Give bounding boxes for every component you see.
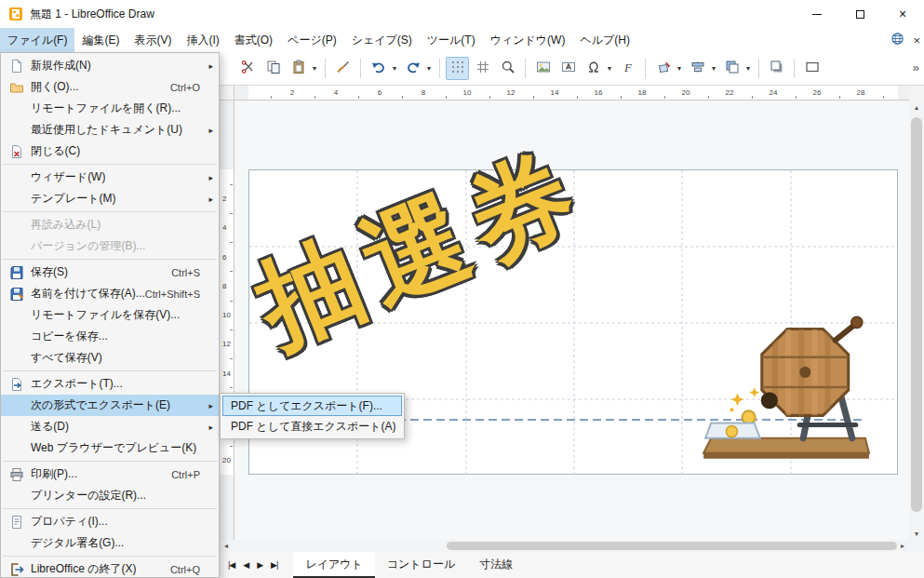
insert-special-character-dropdown-icon[interactable]: ▾ xyxy=(605,57,614,80)
vertical-scrollbar[interactable]: ▴ ▾ xyxy=(909,101,924,540)
copy-button[interactable] xyxy=(261,57,285,80)
horizontal-scroll-thumb[interactable] xyxy=(447,542,897,550)
arrange-objects-dropdown-icon[interactable]: ▾ xyxy=(743,57,753,80)
layer-tabs: レイアウトコントロール寸法線 xyxy=(293,552,525,578)
file-menu-item-send[interactable]: 送る(D)▸ xyxy=(1,416,219,437)
align-objects-button[interactable] xyxy=(686,57,709,80)
file-menu-item-open-remote[interactable]: リモートファイルを開く(R)... xyxy=(1,98,219,119)
zoom-button[interactable] xyxy=(496,57,519,80)
ruler-tick xyxy=(315,96,315,99)
file-menu-item-exit[interactable]: LibreOffice の終了(X)Ctrl+Q xyxy=(1,558,219,578)
submenu-item-export-directly-as-pdf[interactable]: PDF として直接エクスポート(A) xyxy=(222,416,402,437)
shadow-button[interactable] xyxy=(765,57,788,80)
ruler-tick xyxy=(230,358,233,359)
submenu-item-export-as-pdf[interactable]: PDF としてエクスポート(F)... xyxy=(222,396,402,416)
layer-tab-layout[interactable]: レイアウト xyxy=(293,552,374,578)
insert-fontwork-group: F xyxy=(616,57,639,80)
toolbar-overflow-icon[interactable]: » xyxy=(913,60,919,74)
vertical-scroll-thumb[interactable] xyxy=(911,117,922,512)
menubar-item-format[interactable]: 書式(O) xyxy=(227,28,280,52)
file-menu-item-printer-settings[interactable]: プリンターの設定(R)... xyxy=(1,485,219,506)
file-menu-item-recent-documents[interactable]: 最近使用したドキュメント(U)▸ xyxy=(1,119,219,141)
menu-separator xyxy=(3,164,217,165)
scroll-left-icon[interactable]: ◂ xyxy=(220,540,233,552)
menubar-item-tools[interactable]: ツール(T) xyxy=(420,28,483,52)
redo-dropdown-icon[interactable]: ▾ xyxy=(424,57,434,80)
menu-item-label: すべて保存(V) xyxy=(31,350,102,366)
ruler-number: 8 xyxy=(222,281,226,289)
menubar-item-insert[interactable]: 挿入(I) xyxy=(179,28,226,52)
transformations-button[interactable] xyxy=(651,57,675,80)
menubar-item-window[interactable]: ウィンドウ(W) xyxy=(483,28,573,52)
scroll-right-icon[interactable]: ▸ xyxy=(896,540,909,552)
next-slide-button[interactable]: ▶ xyxy=(254,558,265,571)
undo-button[interactable] xyxy=(367,57,390,80)
insert-fontwork-button[interactable]: F xyxy=(616,57,639,80)
minimize-button[interactable] xyxy=(796,0,838,28)
basic-shapes-button[interactable] xyxy=(800,57,824,80)
arrange-objects-button[interactable] xyxy=(720,57,743,80)
menubar-item-file[interactable]: ファイル(F) xyxy=(0,28,74,52)
scroll-up-icon[interactable]: ▴ xyxy=(909,101,924,114)
cut-button[interactable] xyxy=(236,57,260,80)
canvas[interactable]: 抽選券 xyxy=(234,101,909,540)
menubar-item-shape[interactable]: シェイプ(S) xyxy=(344,28,420,52)
menu-item-label: 名前を付けて保存(A)... xyxy=(31,286,145,302)
horizontal-scrollbar[interactable]: ◂ ▸ xyxy=(220,540,909,552)
file-menu-item-save-remote[interactable]: リモートファイルを保存(V)... xyxy=(1,304,219,326)
redo-button[interactable] xyxy=(401,57,424,80)
menubar-item-page[interactable]: ページ(P) xyxy=(280,28,344,52)
transformations-dropdown-icon[interactable]: ▾ xyxy=(675,57,684,80)
ruler-number: 26 xyxy=(813,88,822,97)
menubar-item-view[interactable]: 表示(V) xyxy=(127,28,179,52)
undo-dropdown-icon[interactable]: ▾ xyxy=(390,57,399,80)
file-menu-item-open[interactable]: 開く(O)...Ctrl+O xyxy=(1,76,219,98)
menubar-item-edit[interactable]: 編集(E) xyxy=(74,28,127,52)
globe-icon[interactable] xyxy=(891,32,904,48)
file-menu-item-close[interactable]: 閉じる(C) xyxy=(1,141,219,162)
close-button[interactable]: × xyxy=(881,0,924,28)
ruler-number: 6 xyxy=(222,252,226,261)
toolbar-separator xyxy=(525,59,526,78)
file-menu-item-export[interactable]: エクスポート(T)... xyxy=(1,373,219,395)
menubar: ファイル(F)編集(E)表示(V)挿入(I)書式(O)ページ(P)シェイプ(S)… xyxy=(0,28,924,52)
file-menu-item-export-as[interactable]: 次の形式でエクスポート(E)▸ xyxy=(1,395,219,416)
previous-slide-button[interactable]: ◀ xyxy=(240,558,251,571)
display-grid-button[interactable] xyxy=(446,57,469,80)
maximize-button[interactable] xyxy=(838,0,881,28)
ruler-number: 22 xyxy=(726,88,734,97)
menubar-item-help[interactable]: ヘルプ(H) xyxy=(572,28,637,52)
file-menu-item-web-preview[interactable]: Web ブラウザーでプレビュー(K) xyxy=(1,437,219,459)
file-menu-item-save-copy[interactable]: コピーを保存... xyxy=(1,326,219,347)
toolbar-separator xyxy=(439,59,440,78)
file-menu-item-new[interactable]: 新規作成(N)▸ xyxy=(1,55,219,76)
file-menu-item-save[interactable]: 保存(S)Ctrl+S xyxy=(1,262,219,283)
scroll-down-icon[interactable]: ▾ xyxy=(909,527,924,540)
file-menu-item-wizards[interactable]: ウィザード(W)▸ xyxy=(1,167,219,188)
ruler-number: 20 xyxy=(682,88,690,97)
paste-dropdown-icon[interactable]: ▾ xyxy=(310,57,319,80)
insert-text-box-button[interactable] xyxy=(556,57,580,80)
file-menu-item-print[interactable]: 印刷(P)...Ctrl+P xyxy=(1,464,219,485)
close-document-icon[interactable]: × xyxy=(913,34,920,47)
file-menu-item-save-all[interactable]: すべて保存(V) xyxy=(1,347,219,369)
align-objects-dropdown-icon[interactable]: ▾ xyxy=(709,57,718,80)
file-menu-item-digital-signatures[interactable]: デジタル署名(G)... xyxy=(1,532,219,554)
file-menu-item-templates[interactable]: テンプレート(M)▸ xyxy=(1,188,219,209)
layer-tab-dimension-lines[interactable]: 寸法線 xyxy=(467,552,525,578)
snap-guides-button[interactable] xyxy=(471,57,494,80)
ruler-tick xyxy=(402,96,403,99)
clone-formatting-button[interactable] xyxy=(331,57,355,80)
ruler-number: 14 xyxy=(551,88,559,97)
last-slide-button[interactable]: ▶| xyxy=(268,558,280,571)
toolbar-separator xyxy=(645,59,646,78)
file-menu-item-save-as[interactable]: 名前を付けて保存(A)...Ctrl+Shift+S xyxy=(1,283,219,304)
file-menu-item-properties[interactable]: プロパティ(I)... xyxy=(1,511,219,532)
insert-image-button[interactable] xyxy=(531,57,555,80)
lottery-machine-illustration[interactable] xyxy=(694,291,873,470)
insert-special-character-button[interactable] xyxy=(582,57,605,80)
menu-icon-blank xyxy=(8,489,25,504)
first-slide-button[interactable]: |◀ xyxy=(225,558,237,571)
paste-button[interactable] xyxy=(287,57,310,80)
layer-tab-controls[interactable]: コントロール xyxy=(375,552,467,578)
